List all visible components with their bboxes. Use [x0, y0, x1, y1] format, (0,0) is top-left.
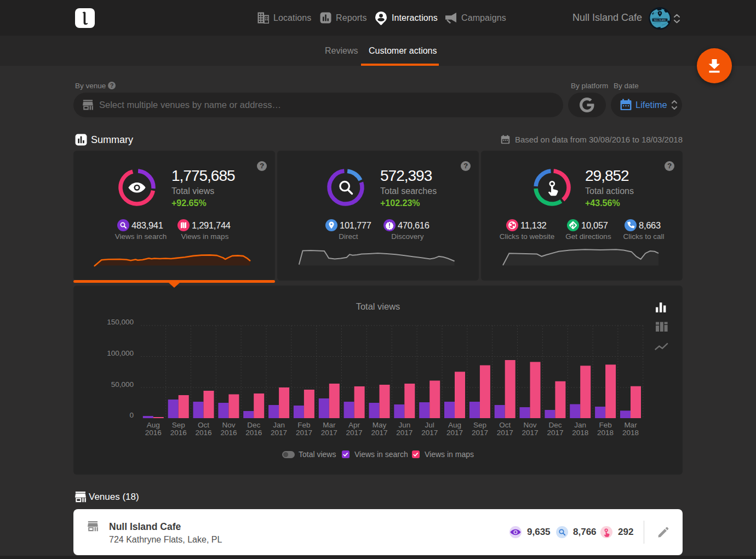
svg-text:100,000: 100,000 — [107, 349, 134, 357]
svg-text:2017: 2017 — [321, 429, 337, 437]
svg-text:50,000: 50,000 — [111, 380, 134, 389]
svg-text:0: 0 — [129, 411, 134, 419]
svg-text:Sep: Sep — [473, 421, 486, 429]
svg-text:2017: 2017 — [522, 429, 538, 437]
svg-text:Mar: Mar — [323, 421, 336, 429]
svg-text:2016: 2016 — [170, 429, 187, 437]
svg-text:Total views: Total views — [356, 301, 400, 311]
svg-text:Dec: Dec — [247, 421, 260, 429]
svg-text:Aug: Aug — [448, 421, 461, 429]
svg-text:Jan: Jan — [574, 421, 586, 429]
svg-text:NULL ISLAND: NULL ISLAND — [654, 19, 666, 21]
svg-text:2016: 2016 — [220, 429, 237, 437]
svg-text:Nov: Nov — [523, 421, 536, 429]
svg-text:2017: 2017 — [446, 429, 463, 437]
svg-text:Views in maps: Views in maps — [425, 450, 474, 459]
svg-text:Jan: Jan — [273, 421, 285, 429]
svg-text:2017: 2017 — [396, 429, 413, 437]
svg-text:May: May — [373, 421, 387, 429]
svg-text:Dec: Dec — [548, 421, 562, 429]
svg-text:Apr: Apr — [348, 421, 360, 429]
svg-text:2017: 2017 — [346, 429, 363, 437]
svg-text:2018: 2018 — [597, 429, 614, 437]
svg-text:2016: 2016 — [145, 429, 162, 437]
svg-text:2018: 2018 — [572, 429, 588, 437]
svg-text:2017: 2017 — [497, 429, 513, 437]
svg-text:2017: 2017 — [421, 429, 438, 437]
svg-text:Aug: Aug — [147, 421, 160, 429]
svg-text:Feb: Feb — [599, 421, 611, 429]
svg-text:Sep: Sep — [172, 421, 185, 429]
svg-text:Feb: Feb — [297, 421, 310, 429]
svg-text:Views in search: Views in search — [354, 450, 408, 459]
svg-text:Jul: Jul — [425, 421, 434, 429]
svg-text:2017: 2017 — [271, 429, 287, 437]
svg-text:150,000: 150,000 — [107, 318, 134, 326]
svg-text:2017: 2017 — [371, 429, 387, 437]
svg-text:2018: 2018 — [622, 429, 639, 437]
svg-text:Oct: Oct — [499, 421, 511, 429]
svg-text:Mar: Mar — [624, 421, 637, 429]
svg-text:2017: 2017 — [296, 429, 312, 437]
svg-text:Nov: Nov — [222, 421, 235, 429]
svg-text:Jun: Jun — [398, 421, 410, 429]
svg-text:Total views: Total views — [299, 450, 336, 459]
svg-text:2017: 2017 — [472, 429, 488, 437]
svg-text:2016: 2016 — [245, 429, 262, 437]
svg-text:2016: 2016 — [195, 429, 211, 437]
svg-text:Oct: Oct — [198, 421, 209, 429]
svg-text:2017: 2017 — [547, 429, 563, 437]
